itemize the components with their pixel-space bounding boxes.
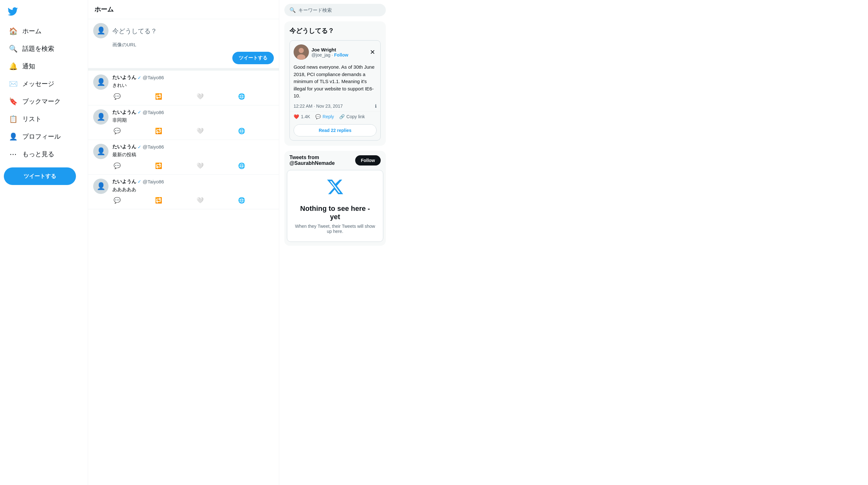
bookmark-icon: 🔖	[9, 97, 17, 106]
verified-icon: ✓	[137, 75, 142, 80]
verified-icon: ✓	[137, 144, 142, 149]
comment-icon: 💬	[114, 197, 121, 204]
sidebar-item-messages[interactable]: ✉️ メッセージ	[4, 76, 84, 92]
globe-icon: 🌐	[238, 93, 245, 100]
feed-header: ホーム	[88, 0, 279, 19]
sidebar-tweet-avatar[interactable]	[293, 45, 309, 60]
reply-action[interactable]: 💬	[112, 126, 122, 136]
sidebar-user-info: Joe Wright @joe_jag · Follow	[311, 47, 348, 58]
search-bar[interactable]: 🔍	[284, 4, 386, 16]
tweet-actions: 💬 🔁 🤍 🌐	[112, 92, 246, 101]
read-replies-button[interactable]: Read 22 replies	[293, 124, 377, 136]
close-icon[interactable]: ✕	[369, 47, 377, 57]
user-icon: 👤	[97, 147, 105, 155]
search-input[interactable]	[299, 7, 381, 13]
tweet-avatar: 👤	[93, 109, 108, 124]
like-action[interactable]: 🤍	[195, 161, 205, 171]
sidebar-item-explore[interactable]: 🔍 話題を検索	[4, 40, 84, 57]
sidebar-item-lists-label: リスト	[22, 115, 41, 123]
tweet-user-handle: @Taiyo86	[143, 179, 164, 184]
nav-menu: 🏠 ホーム 🔍 話題を検索 🔔 通知 ✉️ メッセージ 🔖 ブックマーク 📋 リ…	[4, 23, 84, 162]
tweet-user-handle: @Taiyo86	[143, 144, 164, 149]
twitter-bird-icon	[8, 6, 18, 17]
link-icon: 🔗	[339, 114, 345, 119]
bell-icon: 🔔	[9, 62, 17, 70]
search-icon: 🔍	[289, 7, 296, 13]
twitter-logo[interactable]	[4, 3, 22, 22]
sidebar-item-bookmarks[interactable]: 🔖 ブックマーク	[4, 93, 84, 110]
tweet-user-name: たいようん	[112, 75, 136, 81]
tweet-user-handle: @Taiyo86	[143, 75, 164, 80]
trending-widget: 今どうしてる？ Joe Wright @joe_	[284, 21, 386, 146]
tweet-item: 👤 たいようん ✓ @Taiyo86 あああああ 💬 🔁 🤍 �	[88, 175, 279, 209]
sidebar-reply-action[interactable]: 💬 Reply	[315, 114, 334, 119]
follow-button[interactable]: Follow	[355, 155, 381, 166]
chat-bubble-icon: 💬	[315, 114, 321, 119]
like-count: 1.4K	[301, 114, 310, 119]
info-icon: ℹ	[375, 104, 377, 109]
tweet-actions: 💬 🔁 🤍 🌐	[112, 161, 246, 171]
sidebar-copy-link-action[interactable]: 🔗 Copy link	[339, 114, 365, 119]
trending-title: 今どうしてる？	[289, 27, 381, 35]
compose-input-area: 今どうしてる？ 画像のURL	[112, 23, 274, 49]
sidebar-item-explore-label: 話題を検索	[22, 45, 54, 53]
tweet-item: 👤 たいようん ✓ @Taiyo86 最新の投稿 💬 🔁 🤍 �	[88, 140, 279, 175]
heart-icon: 🤍	[196, 93, 204, 100]
compose-submit-button[interactable]: ツイートする	[232, 52, 274, 64]
tweet-avatar: 👤	[93, 144, 108, 159]
tweet-item: 👤 たいようん ✓ @Taiyo86 非同期 💬 🔁 🤍 🌐	[88, 106, 279, 140]
share-action[interactable]: 🌐	[237, 161, 246, 171]
sidebar-item-more[interactable]: ⋯ もっと見る	[4, 146, 84, 162]
main-feed: ホーム 👤 今どうしてる？ 画像のURL ツイートする 👤 たいようん ✓ @T…	[88, 0, 279, 485]
tweet-user-handle: @Taiyo86	[143, 110, 164, 115]
reply-label: Reply	[322, 114, 334, 119]
tweets-from-widget: Tweets from @SaurabhNemade Follow Nothin…	[284, 151, 386, 246]
compose-avatar: 👤	[93, 23, 108, 38]
sidebar-tweet-button[interactable]: ツイートする	[4, 167, 76, 185]
reply-action[interactable]: 💬	[112, 196, 122, 205]
like-action[interactable]: 🤍	[195, 92, 205, 101]
reply-action[interactable]: 💬	[112, 161, 122, 171]
compose-placeholder[interactable]: 今どうしてる？	[112, 23, 274, 39]
sidebar-like-action[interactable]: ❤️ 1.4K	[293, 114, 310, 119]
explore-icon: 🔍	[9, 45, 17, 53]
sidebar-item-lists[interactable]: 📋 リスト	[4, 111, 84, 127]
tweet-user-name: たいようん	[112, 144, 136, 150]
tweets-from-title: Tweets from @SaurabhNemade	[289, 154, 355, 166]
sidebar-follow-link[interactable]: Follow	[334, 52, 348, 58]
comment-icon: 💬	[114, 162, 121, 169]
retweet-action[interactable]: 🔁	[154, 196, 163, 205]
reply-action[interactable]: 💬	[112, 92, 122, 101]
feed-title: ホーム	[94, 6, 114, 13]
globe-icon: 🌐	[238, 162, 245, 169]
sidebar-tweet-header: Joe Wright @joe_jag · Follow ✕	[290, 40, 380, 60]
share-action[interactable]: 🌐	[237, 126, 246, 136]
tweet-content: たいようん ✓ @Taiyo86 きれい 💬 🔁 🤍 🌐	[112, 75, 274, 101]
sidebar-tweet-body: Good news everyone. As of 30th June 2018…	[290, 60, 380, 104]
retweet-action[interactable]: 🔁	[154, 161, 163, 171]
sidebar-item-home-label: ホーム	[22, 27, 41, 35]
sidebar-item-home[interactable]: 🏠 ホーム	[4, 23, 84, 39]
sidebar-item-more-label: もっと見る	[22, 150, 54, 159]
heart-icon: 🤍	[196, 162, 204, 169]
sidebar-tweet-card: Joe Wright @joe_jag · Follow ✕ Good news…	[289, 40, 381, 141]
tweet-header: たいようん ✓ @Taiyo86	[112, 179, 274, 185]
compose-image-url[interactable]: 画像のURL	[112, 39, 274, 49]
retweet-icon: 🔁	[155, 162, 162, 169]
share-action[interactable]: 🌐	[237, 92, 246, 101]
like-action[interactable]: 🤍	[195, 196, 205, 205]
user-icon: 👤	[97, 113, 105, 121]
tweet-text: 最新の投稿	[112, 151, 274, 159]
list-icon: 📋	[9, 115, 17, 123]
tweets-from-content: Nothing to see here - yet When they Twee…	[287, 170, 383, 242]
retweet-action[interactable]: 🔁	[154, 126, 163, 136]
share-action[interactable]: 🌐	[237, 196, 246, 205]
sidebar-item-profile[interactable]: 👤 プロフィール	[4, 129, 84, 145]
sidebar-item-profile-label: プロフィール	[22, 132, 61, 141]
sidebar-item-notifications[interactable]: 🔔 通知	[4, 58, 84, 75]
sidebar-tweet-meta: 12:22 AM · Nov 23, 2017 ℹ	[290, 104, 380, 111]
retweet-action[interactable]: 🔁	[154, 92, 163, 101]
right-sidebar: 🔍 今どうしてる？ Joe Wright	[279, 0, 391, 485]
sidebar-tweet-user: Joe Wright @joe_jag · Follow	[293, 45, 348, 60]
like-action[interactable]: 🤍	[195, 126, 205, 136]
